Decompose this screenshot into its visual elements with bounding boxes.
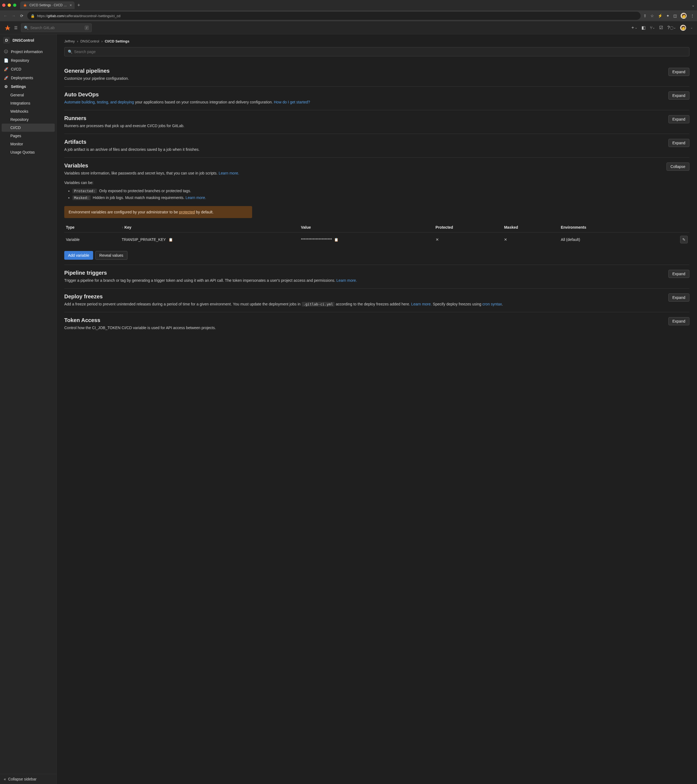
sidebar-sub-cicd[interactable]: CI/CD: [2, 124, 55, 132]
th-masked[interactable]: Masked: [503, 222, 559, 232]
global-search[interactable]: 🔍 /: [21, 23, 92, 32]
tab-title: CI/CD Settings · CI/CD · Settin: [30, 3, 68, 7]
maximize-window[interactable]: [13, 3, 16, 7]
gitlab-logo-icon[interactable]: [4, 25, 11, 31]
tab-close-icon[interactable]: ×: [70, 3, 72, 7]
add-variable-button[interactable]: Add variable: [64, 251, 93, 260]
close-window[interactable]: [2, 3, 5, 7]
th-key[interactable]: ↑ Key: [120, 222, 299, 232]
issues-icon[interactable]: ◧: [641, 25, 646, 30]
sidebar-sub-general[interactable]: General: [0, 91, 56, 99]
project-avatar: D: [3, 37, 10, 44]
todos-icon[interactable]: ☑: [659, 25, 663, 30]
variables-can-be: Variables can be:: [64, 181, 689, 185]
window-controls[interactable]: [2, 3, 16, 7]
cell-protected: ✕: [434, 232, 503, 247]
search-page[interactable]: 🔍: [64, 47, 689, 56]
user-menu-avatar[interactable]: 🧑: [680, 25, 686, 31]
collapse-icon: «: [4, 777, 6, 781]
bullet-protected: Protected: Only exposed to protected bra…: [73, 188, 689, 194]
tabs-dropdown-icon[interactable]: ⌄: [692, 3, 695, 7]
sidebar-item-settings[interactable]: ⚙ Settings: [0, 82, 56, 91]
sidebar-item-project-info[interactable]: ⓘ Project information: [0, 47, 56, 56]
project-header[interactable]: D DNSControl: [0, 34, 56, 46]
search-page-input[interactable]: [74, 49, 686, 54]
url-field[interactable]: 🔒 https://gitlab.com/cafferata/dnscontro…: [27, 12, 641, 20]
protected-link[interactable]: protected: [179, 210, 194, 214]
addr-icons: ⇧ ☆ ⚡ ✦ ◫ 🧑 ⋮: [643, 13, 694, 19]
expand-button[interactable]: Expand: [668, 317, 689, 325]
search-input[interactable]: [30, 26, 83, 30]
cron-link[interactable]: cron syntax: [483, 302, 502, 306]
menu-icon[interactable]: ⋮: [690, 13, 694, 18]
panel-icon[interactable]: ◫: [673, 13, 677, 18]
learn-more-link[interactable]: Learn more.: [336, 278, 357, 283]
profile-avatar[interactable]: 🧑: [681, 13, 687, 19]
sidebar-sub-pages[interactable]: Pages: [0, 132, 56, 140]
section-title: Runners: [64, 115, 663, 122]
section-title: Variables: [64, 163, 661, 169]
section-auto-devops: Auto DevOps Automate building, testing, …: [64, 87, 689, 110]
sidebar-sub-repository[interactable]: Repository: [0, 115, 56, 124]
automate-link[interactable]: Automate building, testing, and deployin…: [64, 100, 134, 104]
sidebar-sub-webhooks[interactable]: Webhooks: [0, 107, 56, 115]
info-icon: ⓘ: [4, 49, 8, 54]
browser-tab[interactable]: CI/CD Settings · CI/CD · Settin ×: [20, 2, 74, 9]
expand-button[interactable]: Expand: [668, 139, 689, 147]
deploy-icon: 🚀: [4, 76, 8, 80]
expand-button[interactable]: Expand: [668, 91, 689, 100]
reveal-values-button[interactable]: Reveal values: [95, 251, 127, 260]
sidebar-item-deployments[interactable]: 🚀 Deployments: [0, 74, 56, 82]
script-icon[interactable]: ⚡: [658, 13, 662, 18]
section-variables: Variables Variables store information, l…: [64, 158, 689, 265]
masked-learn-link[interactable]: Learn more.: [185, 196, 206, 200]
sidebar-label: Settings: [11, 84, 26, 89]
share-icon[interactable]: ⇧: [643, 13, 647, 18]
star-icon[interactable]: ☆: [651, 13, 654, 18]
extensions-icon[interactable]: ✦: [666, 13, 669, 18]
plus-icon[interactable]: ＋⌄: [631, 25, 637, 30]
expand-button[interactable]: Expand: [668, 68, 689, 76]
copy-icon[interactable]: 📋: [168, 238, 173, 242]
breadcrumb: Jeffrey › DNSControl › CI/CD Settings: [64, 38, 689, 47]
back-button[interactable]: ←: [3, 13, 8, 18]
th-type[interactable]: Type: [64, 222, 120, 232]
expand-button[interactable]: Expand: [668, 293, 689, 301]
sidebar-sub-usage-quotas[interactable]: Usage Quotas: [0, 148, 56, 156]
sidebar-sub-integrations[interactable]: Integrations: [0, 99, 56, 107]
section-desc: Control how the CI_JOB_TOKEN CI/CD varia…: [64, 325, 663, 331]
sidebar-sub-monitor[interactable]: Monitor: [0, 140, 56, 148]
th-value[interactable]: Value: [299, 222, 434, 232]
cell-value: ********************* 📋: [299, 232, 434, 247]
expand-button[interactable]: Expand: [668, 270, 689, 278]
breadcrumb-jeffrey[interactable]: Jeffrey: [64, 39, 75, 43]
merge-requests-icon[interactable]: ⑂ ⌄: [650, 25, 655, 30]
table-row: Variable TRANSIP_PRIVATE_KEY📋 **********…: [64, 232, 689, 247]
edit-button[interactable]: ✎: [680, 236, 688, 243]
reload-button[interactable]: ⟳: [19, 13, 25, 18]
hamburger-icon[interactable]: ☰: [14, 26, 18, 30]
collapse-sidebar[interactable]: « Collapse sidebar: [0, 774, 56, 784]
breadcrumb-project[interactable]: DNSControl: [80, 39, 99, 43]
learn-more-link[interactable]: Learn more.: [219, 171, 239, 175]
get-started-link[interactable]: How do I get started?: [274, 100, 310, 104]
sidebar-item-cicd[interactable]: 🚀 CI/CD: [0, 65, 56, 74]
cell-masked: ✕: [503, 232, 559, 247]
learn-more-link[interactable]: Learn more.: [411, 302, 432, 306]
section-title: Artifacts: [64, 139, 663, 145]
minimize-window[interactable]: [8, 3, 11, 7]
sidebar-item-repository[interactable]: 📄 Repository: [0, 56, 56, 65]
section-artifacts: Artifacts A job artifact is an archive o…: [64, 134, 689, 158]
copy-icon[interactable]: 📋: [334, 238, 338, 242]
user-menu-caret-icon[interactable]: ⌄: [690, 26, 693, 29]
pencil-icon: ✎: [682, 237, 685, 242]
expand-button[interactable]: Expand: [668, 115, 689, 124]
cell-env: All (default): [559, 232, 654, 247]
th-env[interactable]: Environments: [559, 222, 654, 232]
bullet-masked: Masked: Hidden in job logs. Must match m…: [73, 194, 689, 201]
th-protected[interactable]: Protected: [434, 222, 503, 232]
new-tab-button[interactable]: +: [77, 2, 80, 8]
sort-arrow-icon: ↑: [122, 226, 124, 229]
help-icon[interactable]: ?◌⌄: [667, 25, 676, 30]
collapse-button[interactable]: Collapse: [667, 163, 689, 171]
